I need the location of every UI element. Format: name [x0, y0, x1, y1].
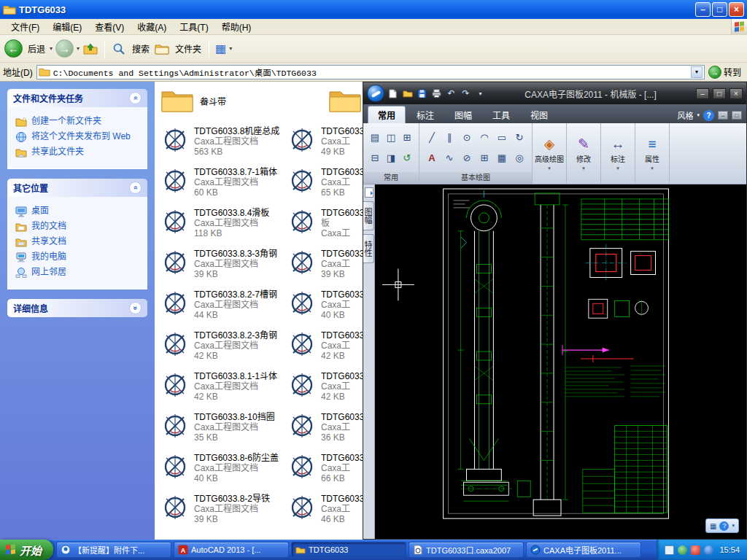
- properties-button[interactable]: ≡ 属性 ▾: [635, 123, 670, 184]
- cleanup-tool-icon[interactable]: ↺: [400, 149, 414, 168]
- file-list-item[interactable]: TDTG6033 Caxa工 65 KB: [287, 166, 364, 198]
- expand-chevron-icon[interactable]: »: [129, 302, 142, 314]
- place-network[interactable]: 网上邻居: [15, 267, 144, 279]
- mini-grid-icon[interactable]: ▦: [710, 522, 716, 530]
- tab-tufu[interactable]: 图幅: [445, 106, 481, 123]
- tray-network-icon[interactable]: [704, 545, 713, 555]
- format-tool-icon[interactable]: ◨: [384, 149, 398, 168]
- arc-tool-icon[interactable]: ◠: [476, 128, 492, 147]
- caxa-titlebar[interactable]: ↶ ↷ ▾ CAXA电子图板2011 - 机械版 - [...] – □ ×: [363, 82, 746, 104]
- file-list-item[interactable]: TDTG6033.8.7-1箱体 Caxa工程图文档 60 KB: [160, 166, 279, 198]
- details-pane-header[interactable]: 详细信息 »: [7, 299, 147, 317]
- close-button[interactable]: ×: [729, 2, 744, 17]
- file-list-item[interactable]: TDTG6033.8机座总成 Caxa工程图文档 563 KB: [160, 125, 279, 158]
- forward-dropdown-icon[interactable]: ▾: [77, 45, 80, 52]
- text-tool-icon[interactable]: A: [424, 149, 440, 168]
- doc-minimize-button[interactable]: –: [718, 111, 728, 120]
- file-list-item[interactable]: TDTG6033 Caxa工 66 KB: [287, 452, 364, 484]
- mini-dropdown-icon[interactable]: ▾: [732, 523, 735, 529]
- file-list-item[interactable]: TDTG6033.8-6防尘盖 Caxa工程图文档 40 KB: [160, 452, 279, 484]
- style-dropdown[interactable]: 风格: [677, 109, 693, 121]
- restore-button[interactable]: □: [712, 2, 727, 17]
- circle-tool-icon[interactable]: ⊙: [459, 128, 475, 147]
- go-button[interactable]: → 转到: [708, 66, 744, 79]
- caxa-maximize-button[interactable]: □: [713, 88, 726, 99]
- views-button[interactable]: ▦: [215, 42, 226, 55]
- tray-ime-icon[interactable]: [665, 545, 674, 555]
- place-shared-documents[interactable]: 共享文档: [15, 236, 144, 248]
- hatch-tool-icon[interactable]: ▦: [494, 149, 510, 168]
- insert-tool-icon[interactable]: ⊞: [400, 128, 414, 147]
- qat-dropdown-icon[interactable]: ▾: [474, 88, 487, 100]
- place-my-documents[interactable]: 我的文档: [15, 221, 144, 233]
- places-pane-header[interactable]: 其它位置 »: [7, 179, 147, 197]
- file-list-item[interactable]: TDTG6033.8-10挡圈 Caxa工程图文档 35 KB: [160, 411, 279, 443]
- undo-icon[interactable]: ↶: [445, 88, 457, 100]
- place-desktop[interactable]: 桌面: [15, 206, 144, 217]
- revolve-tool-icon[interactable]: ↻: [511, 128, 527, 147]
- paste-tool-icon[interactable]: ▤: [368, 128, 382, 147]
- file-list-item[interactable]: TDTG6033 Caxa工 42 KB: [287, 330, 364, 362]
- help-icon[interactable]: ?: [703, 110, 714, 121]
- folder-item[interactable]: 畚斗带: [160, 88, 283, 114]
- redo-icon[interactable]: ↷: [460, 88, 472, 100]
- tab-biaozhu[interactable]: 标注: [407, 106, 444, 123]
- back-dropdown-icon[interactable]: ▾: [50, 45, 53, 52]
- side-tab-properties[interactable]: 特性: [363, 234, 374, 263]
- file-list-item[interactable]: TDTG6033 Caxa工 49 KB: [287, 125, 364, 158]
- file-list-item[interactable]: TDTG6033 Caxa工 46 KB: [287, 493, 364, 525]
- taskbar-button-caxa-app[interactable]: CAXA电子图板2011...: [526, 542, 641, 558]
- file-list-item[interactable]: TDTG6033.8.4滑板 Caxa工程图文档 118 KB: [160, 207, 279, 239]
- tab-shitu[interactable]: 视图: [521, 106, 557, 123]
- center-tool-icon[interactable]: ◎: [511, 149, 527, 168]
- taskbar-button-notice[interactable]: 【新提醒】附件下...: [56, 542, 171, 558]
- search-button[interactable]: [111, 42, 127, 56]
- dimension-button[interactable]: ↔ 标注 ▾: [601, 123, 635, 184]
- file-list-item[interactable]: TDTG6033.8.1-1斗体 Caxa工程图文档 42 KB: [160, 370, 279, 402]
- file-list-item[interactable]: TDTG6033 板 Caxa工: [287, 207, 364, 239]
- file-list-item[interactable]: TDTG6033.8.3-3角钢 Caxa工程图文档 39 KB: [160, 248, 279, 280]
- style-dropdown-icon[interactable]: ▾: [697, 112, 700, 118]
- taskbar-button-autocad[interactable]: A AutoCAD 2013 - [...: [174, 542, 289, 558]
- file-list-item[interactable]: TDTG6033 Caxa工 42 KB: [287, 370, 364, 402]
- copy-tool-icon[interactable]: ◫: [384, 128, 398, 147]
- side-tab-frame[interactable]: 图幅: [363, 201, 374, 230]
- caxa-close-button[interactable]: ×: [729, 88, 743, 99]
- panel-toggle-icon[interactable]: [365, 187, 374, 198]
- menu-favorites[interactable]: 收藏(A): [131, 19, 173, 34]
- address-dropdown-icon[interactable]: ▾: [691, 66, 703, 78]
- address-input[interactable]: C:\Documents and Settings\Administrator\…: [36, 65, 705, 79]
- trim-tool-icon[interactable]: ⊘: [459, 149, 475, 168]
- file-list-item[interactable]: TDTG6033 Caxa工 40 KB: [287, 289, 364, 321]
- menu-view[interactable]: 查看(V): [88, 19, 131, 34]
- menu-tools[interactable]: 工具(T): [173, 19, 214, 34]
- cut-tool-icon[interactable]: ⊟: [368, 149, 382, 168]
- spline-tool-icon[interactable]: ∿: [441, 149, 457, 168]
- collapse-chevron-icon[interactable]: »: [129, 182, 142, 194]
- mini-help-icon[interactable]: ?: [719, 521, 729, 531]
- back-button[interactable]: ←: [4, 39, 23, 58]
- menu-file[interactable]: 文件(F): [4, 19, 46, 34]
- doc-restore-button[interactable]: □: [732, 111, 742, 120]
- file-list-item[interactable]: TDTG6033.8.2-7槽钢 Caxa工程图文档 44 KB: [160, 289, 279, 321]
- folders-button[interactable]: [154, 42, 170, 56]
- file-list-item[interactable]: TDTG6033.8.2-3角钢 Caxa工程图文档 42 KB: [160, 330, 279, 362]
- collapse-chevron-icon[interactable]: »: [129, 92, 142, 104]
- place-my-computer[interactable]: 我的电脑: [15, 252, 144, 263]
- taskbar-button-caxa-doc[interactable]: TDTG6033口.caxa2007: [409, 542, 524, 558]
- rectangle-tool-icon[interactable]: ▭: [494, 128, 510, 147]
- views-dropdown-icon[interactable]: ▾: [229, 45, 232, 52]
- tray-security-icon[interactable]: [691, 545, 700, 555]
- menu-edit[interactable]: 编辑(E): [46, 19, 88, 34]
- tasks-pane-header[interactable]: 文件和文件夹任务 »: [7, 89, 147, 107]
- open-file-icon[interactable]: [401, 88, 414, 100]
- explorer-titlebar[interactable]: TDTG6033 – □ ×: [0, 0, 747, 19]
- advanced-draw-button[interactable]: ◈ 高级绘图 ▾: [533, 123, 567, 184]
- tray-clock[interactable]: 15:54: [719, 545, 740, 554]
- minimize-button[interactable]: –: [695, 2, 711, 17]
- parallel-tool-icon[interactable]: ∥: [441, 128, 457, 147]
- line-tool-icon[interactable]: ╱: [424, 128, 440, 147]
- start-button[interactable]: 开始: [0, 540, 53, 560]
- task-share-folder[interactable]: 共享此文件夹: [15, 147, 144, 158]
- forward-button[interactable]: →: [55, 39, 74, 58]
